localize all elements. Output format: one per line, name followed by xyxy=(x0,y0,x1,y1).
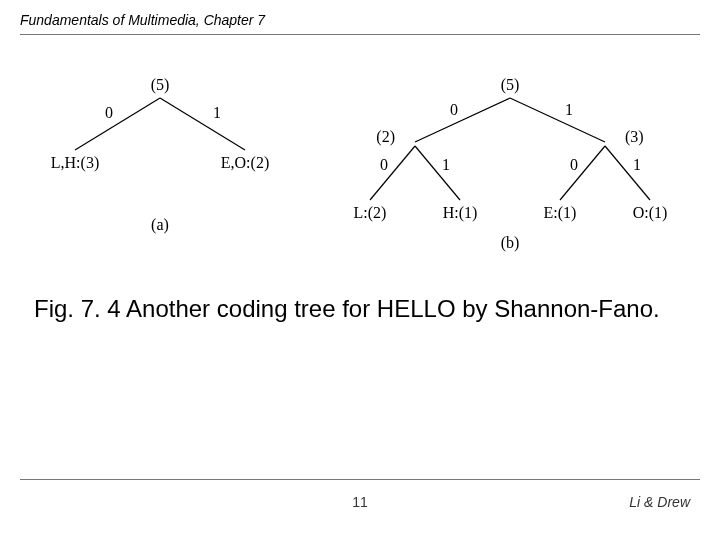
page-number: 11 xyxy=(0,494,720,510)
svg-line-5 xyxy=(415,146,460,200)
svg-line-6 xyxy=(560,146,605,200)
svg-line-3 xyxy=(510,98,605,142)
authors: Li & Drew xyxy=(629,494,690,510)
tree-b: (5) 0 1 (2) (3) 0 1 0 1 L:(2) xyxy=(354,76,668,252)
tree-b-root-count: (5) xyxy=(501,76,520,94)
tree-a-edge0: 0 xyxy=(105,104,113,121)
svg-line-1 xyxy=(160,98,245,150)
tree-a-leaf-EO: E,O:(2) xyxy=(221,154,269,172)
tree-a-edge1: 1 xyxy=(213,104,221,121)
tree-b-edge-O: 1 xyxy=(633,156,641,173)
svg-line-4 xyxy=(370,146,415,200)
tree-a-label: (a) xyxy=(151,216,169,234)
svg-line-7 xyxy=(605,146,650,200)
tree-b-right-count: (3) xyxy=(625,128,644,146)
tree-b-rootedge1: 1 xyxy=(565,101,573,118)
page-header: Fundamentals of Multimedia, Chapter 7 xyxy=(20,12,700,35)
tree-b-leaf-E: E:(1) xyxy=(544,204,577,222)
tree-b-leaf-O: O:(1) xyxy=(633,204,668,222)
figure-trees: (5) 0 1 L,H:(3) E,O:(2) (a) (5) 0 xyxy=(20,70,700,260)
tree-b-label: (b) xyxy=(501,234,520,252)
tree-b-edge-L: 0 xyxy=(380,156,388,173)
tree-b-edge-H: 1 xyxy=(442,156,450,173)
tree-b-rootedge0: 0 xyxy=(450,101,458,118)
tree-b-leaf-L: L:(2) xyxy=(354,204,387,222)
footer-divider xyxy=(20,479,700,480)
tree-b-left-count: (2) xyxy=(376,128,395,146)
tree-a: (5) 0 1 L,H:(3) E,O:(2) (a) xyxy=(51,76,269,234)
tree-b-edge-E: 0 xyxy=(570,156,578,173)
figure-caption: Fig. 7. 4 Another coding tree for HELLO … xyxy=(34,295,690,323)
tree-b-leaf-H: H:(1) xyxy=(443,204,478,222)
svg-line-0 xyxy=(75,98,160,150)
tree-a-leaf-LH: L,H:(3) xyxy=(51,154,99,172)
slide-page: Fundamentals of Multimedia, Chapter 7 (5… xyxy=(0,0,720,540)
svg-line-2 xyxy=(415,98,510,142)
tree-a-root-count: (5) xyxy=(151,76,170,94)
